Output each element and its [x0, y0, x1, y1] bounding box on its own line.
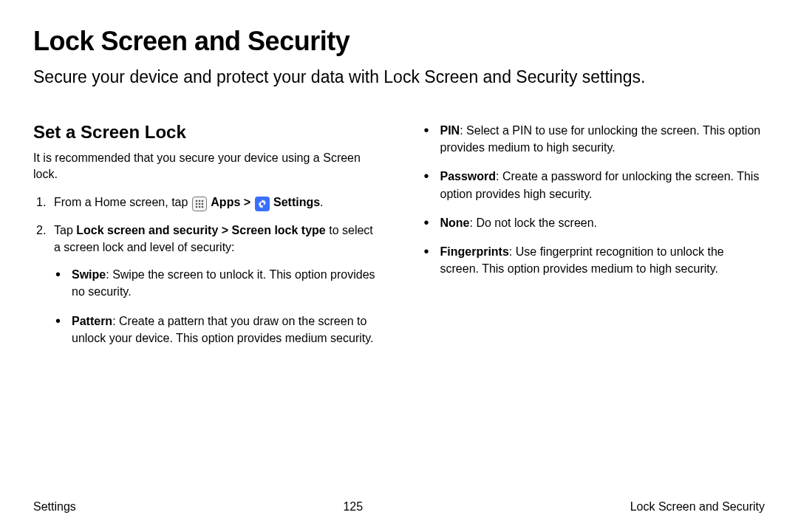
pin-label: PIN — [440, 124, 460, 137]
settings-label: Settings — [273, 196, 320, 208]
svg-point-6 — [196, 206, 198, 208]
svg-point-3 — [196, 203, 198, 205]
step-1: From a Home screen, tap Apps > Settings. — [33, 194, 379, 211]
svg-point-5 — [202, 203, 204, 205]
option-fingerprints: Fingerprints: Use fingerprint recognitio… — [420, 243, 765, 277]
apps-icon — [192, 197, 207, 211]
swipe-label: Swipe — [72, 268, 106, 281]
step2-pre: Tap — [54, 224, 76, 236]
step1-post: . — [320, 196, 323, 208]
page-number: 125 — [343, 500, 363, 514]
svg-point-4 — [199, 203, 201, 205]
step-2: Tap Lock screen and security > Screen lo… — [33, 222, 379, 347]
intro-text: Secure your device and protect your data… — [33, 66, 765, 89]
lock-options-left: Swipe: Swipe the screen to unlock it. Th… — [54, 266, 379, 347]
step1-sep1: > — [240, 196, 253, 208]
svg-point-0 — [196, 200, 198, 202]
pin-desc: : Select a PIN to use for unlocking the … — [440, 124, 761, 154]
password-label: Password — [440, 170, 497, 183]
none-desc: : Do not lock the screen. — [470, 216, 598, 229]
section-heading: Set a Screen Lock — [33, 122, 379, 143]
left-column: Set a Screen Lock It is recommended that… — [33, 122, 379, 358]
footer-right: Lock Screen and Security — [630, 500, 765, 514]
pattern-desc: : Create a pattern that you draw on the … — [72, 315, 373, 344]
settings-icon — [255, 197, 270, 211]
svg-point-7 — [199, 206, 201, 208]
content-columns: Set a Screen Lock It is recommended that… — [33, 122, 765, 358]
option-pin: PIN: Select a PIN to use for unlocking t… — [420, 122, 765, 156]
recommendation-text: It is recommended that you secure your d… — [33, 150, 379, 183]
svg-point-9 — [260, 202, 263, 205]
page-title: Lock Screen and Security — [33, 26, 765, 57]
fingerprints-label: Fingerprints — [440, 245, 509, 258]
option-none: None: Do not lock the screen. — [420, 214, 765, 231]
step1-pre: From a Home screen, tap — [54, 196, 191, 208]
option-pattern: Pattern: Create a pattern that you draw … — [54, 313, 379, 347]
step2-path: Lock screen and security > Screen lock t… — [76, 224, 326, 236]
lock-options-right: PIN: Select a PIN to use for unlocking t… — [420, 122, 765, 277]
apps-label: Apps — [211, 196, 240, 208]
footer-left: Settings — [33, 500, 76, 514]
right-column: PIN: Select a PIN to use for unlocking t… — [420, 122, 765, 358]
pattern-label: Pattern — [72, 315, 112, 327]
swipe-desc: : Swipe the screen to unlock it. This op… — [72, 268, 375, 298]
none-label: None — [440, 216, 470, 229]
svg-point-1 — [199, 200, 201, 202]
svg-point-8 — [202, 206, 204, 208]
page-footer: Settings 125 Lock Screen and Security — [33, 500, 765, 514]
option-password: Password: Create a password for unlockin… — [420, 168, 765, 202]
steps-list: From a Home screen, tap Apps > Settings. — [33, 194, 379, 347]
option-swipe: Swipe: Swipe the screen to unlock it. Th… — [54, 266, 379, 300]
svg-point-2 — [202, 200, 204, 202]
